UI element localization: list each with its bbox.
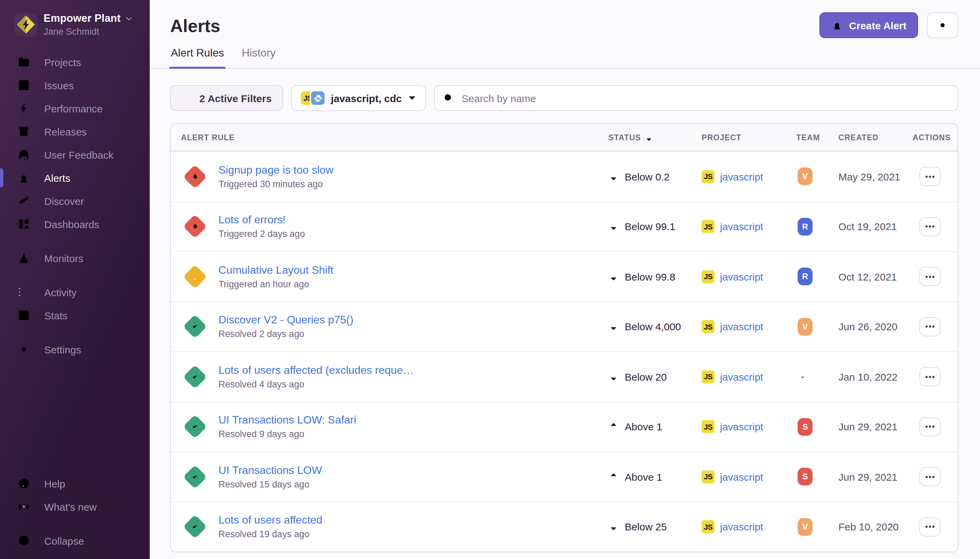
team-cell: S [796, 468, 838, 486]
sidebar-item-label: Help [44, 478, 65, 489]
alert-rule-link[interactable]: UI Transactions LOW [218, 464, 322, 476]
project-cell: JSjavascript [702, 170, 796, 183]
created-cell: Jun 26, 2020 [838, 321, 912, 332]
sidebar-item-performance[interactable]: Performance [0, 97, 150, 120]
alert-rule-link[interactable]: Cumulative Layout Shift [218, 264, 333, 276]
sidebar-item-help[interactable]: Help [0, 472, 150, 495]
tabs: Alert Rules History [170, 47, 958, 68]
sidebar-item-label: Discover [44, 195, 84, 207]
row-actions-button[interactable] [919, 518, 940, 536]
sidebar-item-releases[interactable]: Releases [0, 120, 150, 143]
project-link[interactable]: javascript [720, 321, 763, 332]
active-filters-button[interactable]: 2 Active Filters [170, 85, 283, 111]
sidebar-footer: Help What's new Collapse [0, 472, 150, 559]
filter-icon [182, 93, 193, 104]
arrow-down-icon [609, 321, 619, 332]
sidebar-item-label: Collapse [44, 535, 84, 546]
search-input[interactable] [434, 85, 958, 111]
sidebar-item-label: What's new [44, 501, 97, 513]
alert-rule-subtitle: Resolved 9 days ago [218, 429, 356, 440]
row-actions-button[interactable] [919, 217, 940, 236]
project-link[interactable]: javascript [720, 171, 763, 182]
team-avatar: R [798, 218, 813, 236]
row-actions-button[interactable] [919, 317, 940, 336]
alert-rule-link[interactable]: UI Transactions LOW: Safari [218, 414, 356, 427]
check-icon [183, 314, 207, 339]
project-link[interactable]: javascript [720, 421, 763, 433]
sidebar-item-dashboards[interactable]: Dashboards [0, 212, 150, 236]
tab-alert-rules[interactable]: Alert Rules [170, 47, 225, 68]
sidebar-item-label: User Feedback [44, 149, 113, 160]
sidebar-item-projects[interactable]: Projects [0, 50, 150, 74]
sidebar-item-label: Projects [44, 56, 81, 68]
alert-rule-link[interactable]: Lots of users affected (excludes reque… [218, 364, 414, 377]
org-switcher[interactable]: Empower Plant Jane Schmidt [0, 0, 150, 37]
table-row: Lots of users affectedResolved 19 days a… [171, 501, 957, 551]
sidebar-item-collapse[interactable]: Collapse [0, 529, 150, 552]
sidebar-item-issues[interactable]: Issues [0, 74, 150, 97]
row-actions-button[interactable] [919, 467, 940, 486]
gear-icon [936, 19, 949, 31]
project-cell: JSjavascript [702, 521, 796, 533]
row-actions-button[interactable] [919, 417, 940, 437]
sidebar-item-settings[interactable]: Settings [0, 338, 150, 361]
sidebar: Empower Plant Jane Schmidt Projects Issu… [0, 0, 150, 559]
sidebar-item-discover[interactable]: Discover [0, 189, 150, 212]
alerts-settings-button[interactable] [927, 12, 958, 38]
sort-desc-icon [645, 132, 653, 142]
project-link[interactable]: javascript [720, 521, 763, 533]
team-avatar: V [798, 518, 813, 536]
row-actions-button[interactable] [919, 267, 940, 286]
team-avatar: V [798, 168, 813, 185]
sidebar-item-user-feedback[interactable]: User Feedback [0, 143, 150, 166]
project-selector[interactable]: JS javascript, cdc [291, 85, 426, 111]
releases-icon [17, 125, 31, 138]
row-actions-button[interactable] [919, 367, 940, 386]
team-avatar: V [798, 318, 813, 336]
team-avatar: S [798, 468, 813, 486]
sidebar-item-whats-new[interactable]: What's new [0, 495, 150, 518]
project-link[interactable]: javascript [720, 371, 763, 383]
row-actions-button[interactable] [919, 167, 940, 186]
content: 2 Active Filters JS javascript, cdc [150, 69, 980, 552]
create-alert-button[interactable]: Create Alert [819, 12, 918, 38]
collapse-icon [17, 534, 31, 547]
alert-rule-link[interactable]: Lots of errors! [218, 214, 305, 227]
project-link[interactable]: javascript [720, 471, 763, 483]
column-header-status[interactable]: Status [609, 132, 702, 142]
user-name: Jane Schmidt [44, 26, 133, 37]
js-icon: JS [702, 521, 714, 533]
table-row: Lots of errors!Triggered 2 days ago Belo… [171, 201, 957, 251]
sidebar-item-label: Activity [44, 286, 77, 298]
sidebar-item-label: Releases [44, 126, 87, 137]
alert-rule-link[interactable]: Discover V2 - Queries p75() [218, 314, 353, 326]
created-cell: Feb 10, 2020 [838, 521, 912, 533]
projects-icon [17, 55, 31, 69]
table-row: Lots of users affected (excludes reque…R… [171, 351, 957, 401]
project-link[interactable]: javascript [720, 221, 763, 233]
alert-rule-link[interactable]: Signup page is too slow [218, 164, 333, 176]
sidebar-item-activity[interactable]: Activity [0, 281, 150, 304]
table-row: Signup page is too slowTriggered 30 minu… [171, 151, 957, 201]
table-row: UI Transactions LOW: SafariResolved 9 da… [171, 401, 957, 452]
team-avatar: R [798, 268, 813, 286]
alert-rule-link[interactable]: Lots of users affected [218, 514, 322, 527]
alert-rule-subtitle: Resolved 19 days ago [218, 529, 322, 539]
status-cell: Below 99.1 [609, 221, 702, 233]
chevron-down-icon [408, 95, 417, 101]
tab-history[interactable]: History [241, 47, 277, 68]
column-header-created: Created [838, 133, 912, 141]
sidebar-item-alerts[interactable]: Alerts [0, 166, 150, 189]
app: Empower Plant Jane Schmidt Projects Issu… [0, 0, 980, 559]
team-empty: - [801, 371, 804, 382]
stats-icon [17, 308, 31, 322]
alert-rules-table: Alert Rule Status Project Team Created A… [170, 123, 958, 552]
project-cell: JSjavascript [702, 270, 796, 283]
project-cell: JSjavascript [702, 320, 796, 333]
team-cell: - [796, 371, 838, 383]
project-link[interactable]: javascript [720, 271, 763, 283]
status-cell: Below 0.2 [609, 171, 702, 182]
sidebar-item-stats[interactable]: Stats [0, 304, 150, 327]
status-cell: Above 1 [609, 471, 702, 483]
sidebar-item-monitors[interactable]: Monitors [0, 246, 150, 270]
